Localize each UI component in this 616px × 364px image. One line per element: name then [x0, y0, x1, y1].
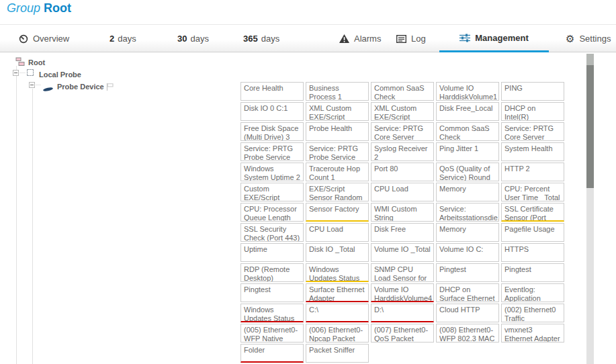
sensor-box[interactable]: Sensor Factory: [306, 203, 369, 222]
tab-alarms[interactable]: Alarms: [339, 25, 381, 52]
sensor-box[interactable]: Volume IO C:: [436, 243, 499, 262]
priority-flag-icon[interactable]: [106, 82, 114, 94]
sensor-box[interactable]: CPU: Percent User Time _Total: [501, 183, 564, 201]
sensor-box[interactable]: Disk Free_Local: [436, 102, 499, 121]
sensor-box[interactable]: Volume IO HarddiskVolume4: [371, 283, 434, 302]
sensor-box[interactable]: XML Custom EXE/Script Sensor: [306, 102, 369, 121]
sensor-box[interactable]: Probe Health: [306, 122, 369, 141]
sensor-box[interactable]: Surface Ethernet Adapter: [306, 283, 369, 302]
sensor-box[interactable]: Disk Free: [371, 223, 434, 242]
sensor-box[interactable]: QoS (Quality of Service) Round Trip: [436, 163, 499, 181]
sensor-box[interactable]: Windows Updates Status: [306, 263, 369, 282]
sensor-box[interactable]: SNMP CPU Load Sensor for Asako: [371, 263, 434, 282]
sensor-box[interactable]: Volume IO HarddiskVolume1: [436, 82, 499, 101]
tree-item-local-probe[interactable]: Local Probe: [39, 71, 81, 79]
tab-overview[interactable]: Overview: [19, 25, 69, 52]
sensor-box[interactable]: SSL Security Check (Port 443): [240, 223, 304, 242]
sensor-box[interactable]: Common SaaS Check: [371, 82, 434, 101]
tree-connector-stub: [19, 73, 26, 73]
tree-item-probe-device[interactable]: Probe Device: [57, 83, 104, 91]
sensor-box[interactable]: Syslog Receiver 2: [371, 142, 434, 161]
tab-settings[interactable]: ⚙ Settings: [566, 25, 611, 52]
sensor-box[interactable]: PING: [501, 82, 564, 101]
tree-item-root[interactable]: Root: [28, 58, 45, 67]
tab-label: Overview: [33, 34, 69, 44]
tab-30-days[interactable]: 30 days: [177, 25, 209, 52]
sensor-box[interactable]: EXE/Script Sensor Random number: [306, 183, 369, 201]
sensor-box[interactable]: Pingtest: [501, 263, 564, 282]
sensor-box[interactable]: D:\: [371, 304, 434, 322]
sensor-box[interactable]: Ping Jitter 1: [436, 142, 499, 161]
sensor-box[interactable]: Custom EXE/Script Sensor 1: [240, 183, 304, 201]
object-name: Root: [44, 1, 71, 15]
page-title: GroupRoot: [7, 1, 71, 15]
sensor-box[interactable]: Volume IO _Total: [371, 243, 434, 262]
sensor-box[interactable]: Uptime: [240, 243, 304, 262]
tree-collapse-toggle[interactable]: [29, 82, 35, 88]
sensor-box[interactable]: C:\: [306, 304, 369, 322]
sensor-box[interactable]: Service: PRTG Core Server Service: [501, 122, 564, 141]
sensor-box[interactable]: (006) Ethernet0-Npcap Packet: [306, 324, 369, 343]
sensor-box[interactable]: Windows Updates Status: [240, 304, 304, 322]
sensor-box[interactable]: HTTP 2: [501, 163, 564, 181]
probe-icon: [27, 69, 34, 76]
sensor-box[interactable]: Eventlog: Application: [501, 283, 564, 302]
tab-number: 2: [109, 34, 114, 44]
device-icon: [42, 83, 54, 95]
sliders-icon: [459, 34, 470, 42]
tab-label: Alarms: [354, 34, 381, 44]
sensor-box[interactable]: System Health: [501, 142, 564, 161]
sensor-box[interactable]: Business Process 1: [306, 82, 369, 101]
sensor-box[interactable]: (005) Ethernet0-WFP Native MAC: [240, 324, 304, 343]
sensor-box[interactable]: SSL Certificate Sensor (Port 443): [501, 203, 564, 222]
sensor-box[interactable]: Windows System Uptime 2: [240, 163, 304, 181]
sensor-box[interactable]: Disk IO _Total: [306, 243, 369, 262]
tab-log[interactable]: Log: [396, 25, 426, 52]
sensor-box[interactable]: Pingtest: [436, 263, 499, 282]
sensor-box[interactable]: WMI Custom String: [371, 203, 434, 222]
sensor-box[interactable]: Traceroute Hop Count 1: [306, 163, 369, 181]
sensor-box[interactable]: Folder: [240, 344, 304, 363]
tree-collapse-toggle[interactable]: [13, 70, 19, 76]
sensor-box[interactable]: Pingtest: [240, 283, 304, 302]
sensor-box[interactable]: Service: Arbeitsstationsdie...: [436, 203, 499, 222]
tab-365-days[interactable]: 365 days: [243, 25, 279, 52]
sensor-box[interactable]: RDP (Remote Desktop): [240, 263, 304, 282]
object-type-label: Group: [7, 1, 40, 15]
sensor-box[interactable]: Port 80: [371, 163, 434, 181]
sensor-box[interactable]: (007) Ethernet0-QoS Packet: [371, 324, 434, 343]
sensor-box[interactable]: Disk IO 0 C:1: [240, 102, 304, 121]
scrollbar-thumb[interactable]: [586, 65, 594, 188]
sensor-box[interactable]: Pagefile Usage: [501, 223, 564, 242]
tab-number: 30: [177, 34, 187, 44]
sensor-box[interactable]: Cloud HTTP: [436, 304, 499, 322]
tab-label: Log: [411, 34, 426, 44]
sensor-box[interactable]: Packet Sniffer: [306, 344, 369, 363]
sensor-box[interactable]: (002) Ethernet0 Traffic: [501, 304, 564, 322]
tab-bar: Overview 2 days 30 days 365 days Alarms …: [0, 24, 616, 52]
scrollbar-cap[interactable]: [586, 54, 594, 65]
log-list-icon: [396, 35, 406, 43]
sensor-box[interactable]: Service: PRTG Probe Service: [240, 142, 304, 161]
sensor-box[interactable]: Service: PRTG Probe Service: [306, 142, 369, 161]
sensor-box[interactable]: CPU Load: [371, 183, 434, 201]
sensor-box[interactable]: CPU Load: [306, 223, 369, 242]
gauge-icon: [19, 34, 28, 44]
sensor-box[interactable]: (008) Ethernet0-WFP 802.3 MAC: [436, 324, 499, 343]
sensor-box[interactable]: Memory: [436, 183, 499, 201]
sensor-box[interactable]: Core Health: [240, 82, 304, 101]
sensor-box[interactable]: CPU: Processor Queue Length: [240, 203, 304, 222]
sensor-box[interactable]: DHCP on Intel(R) PRO/1000 MT: [501, 102, 564, 121]
sensor-box[interactable]: vmxnet3 Ethernet Adapter: [501, 324, 564, 343]
sensor-box[interactable]: Free Disk Space (Multi Drive) 3: [240, 122, 304, 141]
sensor-box[interactable]: Memory: [436, 223, 499, 242]
tab-management[interactable]: Management: [439, 25, 549, 52]
tab-label: days: [118, 34, 136, 44]
sensor-box[interactable]: XML Custom EXE/Script Sensor: [371, 102, 434, 121]
sensor-box[interactable]: DHCP on Surface Ethernet Adapter: [436, 283, 499, 302]
tab-2-days[interactable]: 2 days: [109, 25, 136, 52]
tree-connector-line: [16, 66, 17, 364]
sensor-box[interactable]: Common SaaS Check: [436, 122, 499, 141]
sensor-box[interactable]: HTTPS: [501, 243, 564, 262]
sensor-box[interactable]: Service: PRTG Core Server Service: [371, 122, 434, 141]
